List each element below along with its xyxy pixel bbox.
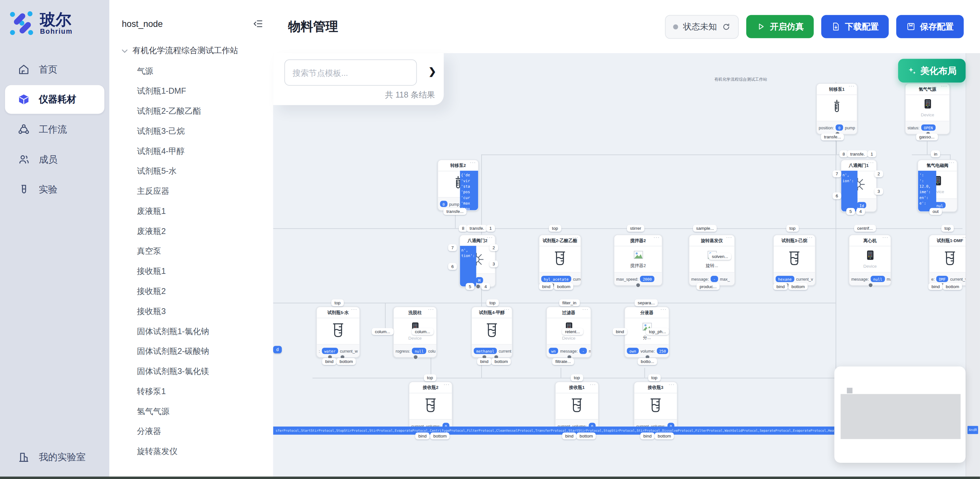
port-label[interactable]: top [331, 299, 344, 306]
port-label[interactable]: produc... [697, 283, 720, 290]
tree-item[interactable]: 固体试剂瓶3-氯化镁 [110, 361, 273, 382]
node-menu-icon[interactable]: ··· [807, 235, 813, 240]
search-input[interactable] [284, 59, 417, 86]
port-label[interactable]: 2 [874, 171, 883, 177]
port-label[interactable]: bind [640, 432, 655, 439]
expand-arrow-icon[interactable]: ❯ [428, 66, 436, 77]
port-label[interactable]: sample... [693, 225, 717, 232]
port-label[interactable]: bottom [430, 432, 450, 439]
node-hydrogen-source[interactable]: 氢气气源···Devicestatus:OPEN [905, 83, 950, 134]
port-label[interactable]: bind [562, 432, 577, 439]
node-menu-icon[interactable]: ··· [941, 84, 947, 88]
port-label[interactable]: bottom [491, 358, 511, 365]
port-label[interactable]: top [424, 374, 436, 381]
sidebar-item-workflow[interactable]: 工作流 [5, 115, 104, 144]
node-menu-icon[interactable]: ··· [470, 160, 476, 164]
node-h2-solenoid-valve[interactable]: 氢气电磁阀···Devicestatus:nul': ': 12.0, ime'… [918, 160, 958, 212]
node-reagent-5[interactable]: 试剂瓶5-水···:watercurrent_w [316, 307, 360, 358]
node-reagent-3[interactable]: 试剂瓶3-己烷···hexanecurrent_v [773, 235, 816, 286]
node-menu-icon[interactable]: ··· [948, 160, 955, 164]
tree-item[interactable]: 固体试剂瓶2-碳酸钠 [110, 342, 273, 362]
node-transfer-pump-2[interactable]: 转移泵2···0pump_info:{'de 'vir 'sta 'pos 'c… [438, 160, 479, 211]
value-badge[interactable]: d [273, 346, 282, 353]
node-menu-icon[interactable]: ··· [582, 307, 589, 312]
port-label[interactable]: top [786, 225, 799, 232]
tree-item[interactable]: 旋转蒸发仪 [110, 441, 273, 461]
node-reagent-4[interactable]: 试剂瓶4-甲醇···methanolcurrent [471, 307, 512, 358]
sidebar-item-experiment[interactable]: 实验 [5, 175, 104, 204]
port-label[interactable]: colum... [412, 328, 433, 335]
tree-item[interactable]: 试剂瓶5-水 [110, 161, 273, 182]
port-label[interactable]: stirrer [627, 225, 644, 232]
port-label[interactable]: bind [613, 328, 627, 335]
tree-item[interactable]: 试剂瓶2-乙酸乙酯 [110, 101, 273, 121]
port-label[interactable]: 5 [846, 208, 855, 215]
port-label[interactable]: 1 [868, 150, 877, 157]
node-menu-icon[interactable]: ··· [868, 160, 874, 164]
node-menu-icon[interactable]: ··· [726, 235, 732, 240]
download-config-button[interactable]: 下载配置 [821, 15, 889, 38]
port-dot[interactable] [636, 283, 641, 287]
node-menu-icon[interactable]: ··· [487, 235, 493, 240]
port-label[interactable]: colum... [372, 328, 393, 335]
node-menu-icon[interactable]: ··· [661, 307, 667, 312]
port-label[interactable]: filtrate... [552, 358, 574, 365]
port-label[interactable]: bottom [336, 358, 356, 365]
tree-item[interactable]: 试剂瓶1-DMF [110, 81, 273, 101]
tree-item[interactable]: 真空泵 [110, 241, 273, 262]
tree-item[interactable]: 接收瓶1 [110, 262, 273, 282]
tree-item[interactable]: 分液器 [110, 422, 273, 442]
node-receiver-2[interactable]: 接收瓶2···current_volume:0 [409, 382, 452, 433]
port-label[interactable]: 3 [874, 188, 883, 195]
tree-item[interactable]: 接收瓶3 [110, 302, 273, 321]
sidebar-item-home[interactable]: 首页 [5, 55, 104, 84]
port-label[interactable]: top [571, 374, 583, 381]
beautify-layout-button[interactable]: 美化布局 [898, 59, 966, 82]
port-label[interactable]: bottom [654, 432, 674, 439]
port-label[interactable]: 6 [448, 263, 457, 270]
port-dot[interactable] [868, 283, 873, 287]
port-label[interactable]: 1 [486, 225, 495, 232]
port-label[interactable]: centrif... [854, 225, 876, 232]
port-label[interactable]: bottom [788, 283, 808, 290]
port-label[interactable]: bottom [554, 283, 574, 290]
port-label[interactable]: bottom [943, 283, 963, 290]
node-menu-icon[interactable]: ··· [669, 382, 675, 386]
node-menu-icon[interactable]: ··· [428, 307, 434, 312]
port-dot[interactable] [476, 284, 480, 289]
refresh-icon[interactable] [722, 22, 731, 31]
node-valve-1[interactable]: 八通阀门1···status:Idn', ion': [841, 160, 877, 212]
port-label[interactable]: bind [773, 283, 788, 290]
port-label[interactable]: top [549, 225, 561, 232]
port-label[interactable]: top_ph... [646, 328, 669, 335]
node-menu-icon[interactable]: ··· [654, 235, 660, 240]
port-label[interactable]: bottom [576, 432, 596, 439]
port-label[interactable]: transfe... [821, 134, 844, 141]
node-receiver-1[interactable]: 接收瓶1···current_volume:0 [555, 382, 599, 433]
port-label[interactable]: solven... [709, 253, 731, 260]
port-label[interactable]: transfe... [443, 208, 467, 215]
node-menu-icon[interactable]: ··· [849, 84, 855, 88]
collapse-panel-icon[interactable] [253, 19, 263, 29]
minimap[interactable] [834, 367, 966, 463]
port-label[interactable]: top [648, 374, 660, 381]
node-menu-icon[interactable]: ··· [352, 307, 358, 312]
status-pill[interactable]: 状态未知 [665, 14, 739, 38]
port-label[interactable]: separa... [635, 299, 658, 306]
port-label[interactable]: bind [322, 358, 337, 365]
tree-item[interactable]: 氢气气源 [110, 402, 273, 422]
port-label[interactable]: transfe. [847, 150, 868, 157]
port-label[interactable]: 2 [489, 244, 498, 251]
sidebar-item-members[interactable]: 成员 [5, 145, 104, 174]
port-label[interactable]: 4 [481, 283, 490, 290]
tree-item[interactable]: 接收瓶2 [110, 281, 273, 302]
tree-item[interactable]: 转移泵1 [110, 382, 273, 402]
tree-item[interactable]: 试剂瓶4-甲醇 [110, 141, 273, 161]
node-reagent-1[interactable]: 试剂瓶1-DMF···e:DMFcurrent_vol [929, 235, 971, 286]
port-label[interactable]: 3 [489, 260, 498, 267]
node-centrifuge[interactable]: 离心机···Devicemessage:nullma [849, 235, 891, 286]
port-dot[interactable] [413, 354, 418, 359]
node-menu-icon[interactable]: ··· [883, 235, 889, 240]
node-receiver-3[interactable]: 接收瓶3···current_volume:0 [634, 382, 678, 433]
node-reagent-2[interactable]: 试剂瓶2-乙酸乙酯···hyl_acetatecurre [539, 235, 581, 286]
